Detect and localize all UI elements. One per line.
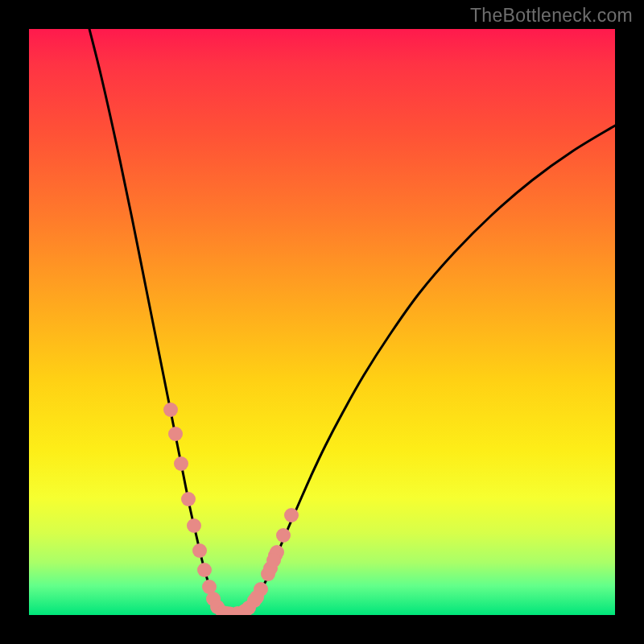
data-dot — [250, 590, 264, 605]
data-dot — [266, 553, 281, 568]
dots-bottom — [216, 605, 245, 615]
chart-plot-area — [29, 29, 615, 615]
data-dot — [163, 402, 178, 417]
data-dot — [192, 543, 207, 558]
data-dot — [181, 492, 196, 506]
watermark-text: TheBottleneck.com — [470, 5, 633, 27]
data-dot — [174, 456, 188, 471]
chart-svg — [29, 29, 615, 615]
data-dot — [187, 518, 201, 533]
data-dot — [168, 427, 183, 441]
bottleneck-curve — [89, 29, 615, 614]
dots-left — [163, 402, 225, 614]
data-dot — [197, 563, 212, 577]
data-dot — [284, 508, 299, 522]
data-dot — [276, 528, 291, 543]
chart-frame: TheBottleneck.com — [0, 0, 644, 644]
